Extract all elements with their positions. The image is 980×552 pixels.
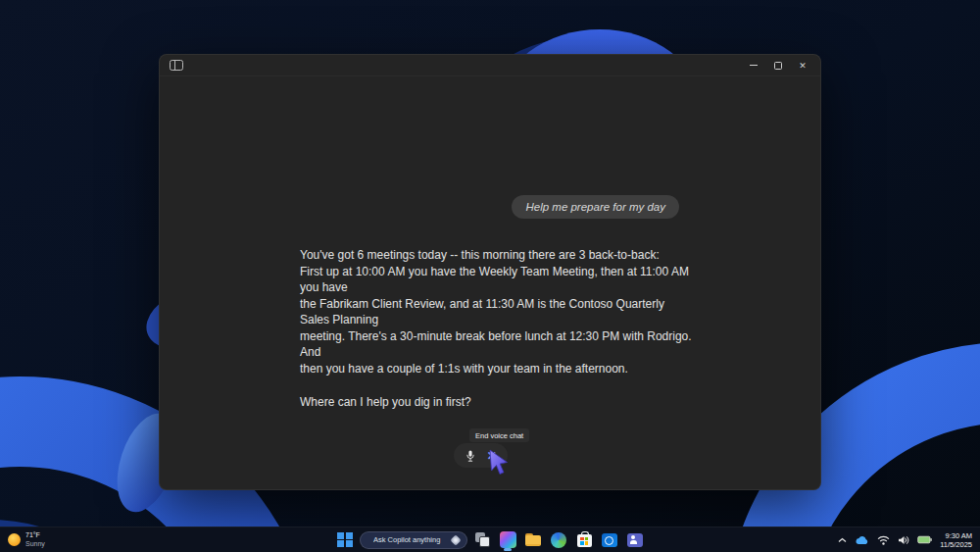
minimize-icon — [750, 65, 758, 66]
taskbar-app-file-explorer[interactable] — [522, 528, 544, 552]
taskbar-clock[interactable]: 9:30 AM 11/5/2025 — [940, 531, 972, 549]
start-button[interactable] — [334, 528, 356, 552]
weather-condition: Sunny — [25, 540, 45, 549]
taskbar-app-copilot[interactable] — [497, 528, 518, 552]
wifi-icon — [877, 535, 890, 545]
microphone-button[interactable] — [465, 449, 476, 463]
battery-icon — [917, 535, 932, 544]
taskbar-app-teams[interactable] — [624, 528, 646, 552]
network-button[interactable] — [877, 535, 890, 545]
maximize-icon — [774, 62, 782, 70]
assistant-message-text: You've got 6 meetings today -- this morn… — [300, 247, 696, 376]
windows-start-icon — [335, 530, 355, 550]
onedrive-cloud-icon — [855, 535, 869, 545]
copilot-window: ✕ Help me prepare for my day You've got … — [159, 54, 821, 490]
onedrive-button[interactable] — [855, 535, 869, 545]
assistant-question-text: Where can I help you dig in first? — [300, 394, 696, 411]
clock-date: 11/5/2025 — [940, 540, 972, 549]
teams-icon — [627, 533, 643, 547]
clock-time: 9:30 AM — [945, 531, 972, 540]
taskbar-app-microsoft-store[interactable] — [573, 528, 595, 552]
outlook-icon — [602, 533, 617, 547]
microsoft-store-icon — [577, 534, 592, 547]
search-input[interactable] — [371, 534, 452, 545]
edge-browser-icon — [551, 532, 566, 548]
close-button[interactable]: ✕ — [795, 58, 810, 74]
sidebar-toggle-icon[interactable] — [170, 60, 183, 71]
battery-button[interactable] — [917, 535, 932, 544]
taskbar-app-task-view[interactable] — [471, 528, 493, 552]
minimize-button[interactable] — [746, 58, 761, 74]
copilot-search-box[interactable] — [360, 531, 467, 549]
taskbar-center — [334, 527, 646, 552]
weather-temperature: 71°F — [25, 531, 45, 540]
microphone-icon — [465, 449, 476, 463]
taskbar-app-edge[interactable] — [548, 528, 569, 552]
sunny-weather-icon — [8, 533, 21, 546]
end-voice-chat-tooltip: End voice chat — [469, 428, 529, 442]
copilot-spark-icon — [450, 534, 461, 545]
maximize-button[interactable] — [770, 58, 786, 74]
user-message-bubble: Help me prepare for my day — [512, 195, 679, 219]
titlebar: ✕ — [160, 55, 820, 76]
close-icon: ✕ — [799, 61, 807, 71]
tray-overflow-button[interactable] — [838, 537, 847, 543]
speaker-icon — [898, 535, 909, 545]
taskbar: 71°F Sunny — [0, 527, 980, 552]
taskbar-app-outlook[interactable] — [599, 528, 620, 552]
weather-widget[interactable]: 71°F Sunny — [0, 531, 45, 548]
chevron-up-icon — [838, 537, 847, 543]
copilot-app-icon — [500, 531, 516, 548]
mouse-cursor — [486, 448, 510, 477]
system-tray: 9:30 AM 11/5/2025 — [838, 531, 980, 549]
volume-button[interactable] — [898, 535, 909, 545]
task-view-icon — [475, 532, 490, 547]
file-explorer-icon — [525, 533, 541, 546]
window-controls: ✕ — [746, 58, 810, 74]
assistant-message: You've got 6 meetings today -- this morn… — [300, 247, 696, 411]
